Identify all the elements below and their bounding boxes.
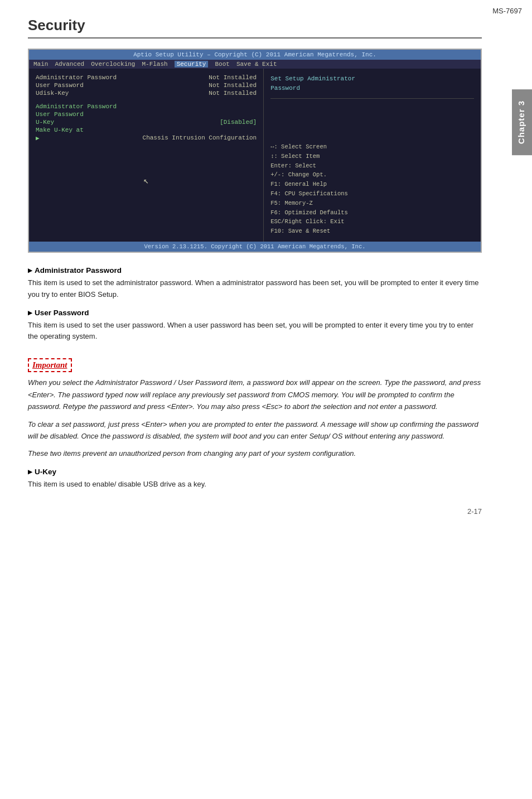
bios-cursor: ↖ — [143, 175, 149, 186]
important-para-2: To clear a set password, just press <Ent… — [28, 418, 482, 442]
bios-screenshot: Aptio Setup Utility – Copyright (C) 2011… — [28, 49, 482, 253]
bios-footer: Version 2.13.1215. Copyright (C) 2011 Am… — [29, 242, 481, 252]
bios-menu-overclocking[interactable]: Overclocking — [91, 61, 135, 68]
bios-body: Administrator Password Not Installed Use… — [29, 69, 481, 242]
bios-right-panel: Set Setup AdministratorPassword ↔: Selec… — [264, 69, 481, 242]
bios-link-ukey[interactable]: U-Key [Disabled] — [36, 119, 257, 126]
bios-link-user-pw[interactable]: User Password — [36, 111, 257, 118]
important-para-1: When you select the Administrator Passwo… — [28, 377, 482, 412]
bios-menu-bar: Main Advanced Overclocking M-Flash Secur… — [29, 60, 481, 69]
bios-left-panel: Administrator Password Not Installed Use… — [29, 69, 264, 242]
important-para-3: These two items prevent an unauthorized … — [28, 447, 482, 459]
bios-title-bar: Aptio Setup Utility – Copyright (C) 2011… — [29, 50, 481, 60]
bios-menu-main[interactable]: Main — [33, 61, 48, 68]
bios-link-chassis[interactable]: Chassis Intrusion Configuration — [36, 134, 257, 142]
chapter-tab: Chapter 3 — [512, 89, 532, 155]
user-pw-heading: User Password — [28, 309, 482, 317]
bios-menu-boot[interactable]: Boot — [215, 61, 229, 68]
bios-help-text: Set Setup AdministratorPassword — [270, 74, 474, 93]
model-number: MS-7697 — [492, 7, 522, 15]
bios-link-make-ukey[interactable]: Make U-Key at — [36, 127, 257, 133]
bios-item-user-pw-status: User Password Not Installed — [36, 82, 257, 89]
ukey-text: This item is used to enable/ disable USB… — [28, 479, 482, 490]
bios-menu-saveexit[interactable]: Save & Exit — [236, 61, 277, 68]
bios-menu-advanced[interactable]: Advanced — [55, 61, 84, 68]
bios-menu-mflash[interactable]: M-Flash — [142, 61, 167, 68]
bios-link-admin-pw[interactable]: Administrator Password — [36, 103, 257, 110]
bios-menu-security[interactable]: Security — [175, 61, 209, 68]
bios-keys: ↔: Select Screen ↕: Select Item Enter: S… — [270, 142, 474, 236]
admin-pw-heading: Administrator Password — [28, 266, 482, 275]
user-pw-text: This item is used to set the user passwo… — [28, 320, 482, 343]
page-title: Security — [28, 17, 482, 38]
bios-item-udisk-status: Udisk-Key Not Installed — [36, 90, 257, 97]
bios-item-admin-pw-status: Administrator Password Not Installed — [36, 74, 257, 81]
page-number: 2-17 — [28, 507, 482, 516]
admin-pw-text: This item is used to set the administrat… — [28, 277, 482, 301]
important-heading: Important — [28, 358, 72, 372]
ukey-heading: U-Key — [28, 468, 482, 476]
